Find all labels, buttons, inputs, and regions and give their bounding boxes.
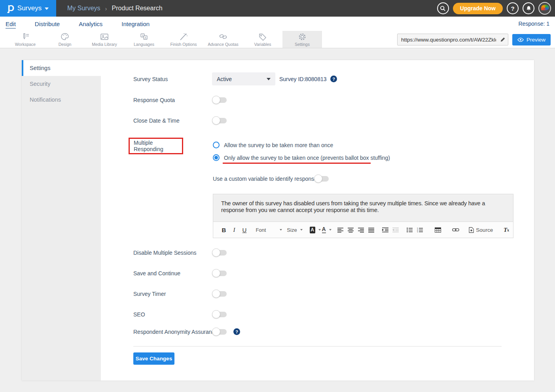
background-color-button[interactable]: A	[310, 225, 321, 235]
ribbon-tab-label: Design	[59, 42, 72, 47]
ballot-message-text[interactable]: The owner of this survey has disabled us…	[213, 194, 513, 222]
tab-integration[interactable]: Integration	[121, 21, 150, 27]
underline-button[interactable]: U	[240, 225, 249, 235]
remove-format-button[interactable]: Tx	[502, 225, 511, 235]
chevron-down-icon	[280, 229, 282, 231]
save-changes-button[interactable]: Save Changes	[133, 352, 174, 365]
numbered-list-button[interactable]: 123	[416, 225, 424, 235]
survey-status-value: Active	[217, 76, 232, 82]
workspace-icon	[21, 32, 30, 41]
ribbon-tab-variables[interactable]: Variables	[243, 31, 282, 48]
search-icon	[440, 6, 446, 11]
ribbon-tab-label: Finish Options	[170, 42, 197, 47]
close-date-toggle[interactable]	[213, 118, 227, 123]
ribbon-tab-media-library[interactable]: Media Library	[85, 31, 124, 48]
settings-content: Survey Status Active Survey ID: 8080813 …	[22, 60, 534, 381]
breadcrumb-my-surveys[interactable]: My Surveys	[67, 5, 100, 12]
custom-variable-label: Use a custom variable to identify respon…	[213, 176, 320, 182]
disable-sessions-label: Disable Multiple Sessions	[133, 250, 197, 256]
red-underline-highlight	[223, 163, 371, 164]
insert-link-button[interactable]	[451, 225, 460, 235]
align-center-icon	[348, 227, 354, 233]
tab-edit[interactable]: Edit	[6, 21, 16, 27]
link-icon	[452, 228, 459, 232]
indent-button[interactable]	[381, 225, 390, 235]
save-continue-toggle[interactable]	[213, 271, 227, 276]
survey-id-help-icon[interactable]: ?	[330, 76, 337, 82]
app-logo[interactable]: Ɋ Surveys	[0, 0, 56, 17]
radio-only-once-label: Only allow the survey to be taken once (…	[224, 155, 390, 161]
response-count[interactable]: Response: 1	[518, 21, 549, 27]
bold-button[interactable]: B	[220, 225, 228, 235]
svg-text:A: A	[144, 36, 146, 39]
insert-table-button[interactable]	[434, 225, 442, 235]
advance-quotas-chain-icon	[218, 32, 228, 41]
ribbon-tab-design[interactable]: Design	[45, 31, 85, 48]
align-center-button[interactable]	[347, 225, 355, 235]
radio-allow-multiple[interactable]: Allow the survey to be taken more than o…	[213, 142, 333, 148]
survey-status-label: Survey Status	[133, 76, 168, 82]
seo-toggle[interactable]	[213, 312, 227, 317]
radio-only-once[interactable]: Only allow the survey to be taken once (…	[213, 154, 390, 161]
toggle-knob	[212, 310, 220, 318]
tab-distribute[interactable]: Distribute	[35, 21, 60, 27]
settings-gear-icon	[297, 32, 307, 41]
align-right-icon	[358, 227, 364, 233]
indent-icon	[382, 227, 388, 233]
text-color-icon: A	[322, 226, 326, 233]
help-button[interactable]: ?	[507, 2, 519, 14]
media-library-icon	[100, 32, 109, 41]
survey-timer-label: Survey Timer	[133, 291, 166, 297]
ribbon-tab-finish-options[interactable]: Finish Options	[164, 31, 203, 48]
close-date-label: Close Date & Time	[133, 117, 180, 124]
text-color-button[interactable]: A	[322, 225, 331, 235]
breadcrumb-current: Product Research	[112, 5, 163, 12]
align-right-button[interactable]	[357, 225, 366, 235]
outdent-button[interactable]	[391, 225, 400, 235]
survey-timer-toggle[interactable]	[213, 291, 227, 297]
ballot-message-editor: The owner of this survey has disabled us…	[213, 194, 513, 238]
font-dropdown[interactable]: Font	[254, 225, 284, 235]
anonymity-label: Respondent Anonymity Assurance	[133, 329, 218, 335]
breadcrumb-separator-icon: ›	[105, 5, 107, 12]
numbered-list-icon: 123	[417, 227, 423, 233]
survey-url-input[interactable]	[398, 34, 498, 45]
preview-button[interactable]: Preview	[512, 34, 551, 45]
ribbon-tab-workspace[interactable]: Workspace	[6, 31, 45, 48]
search-button[interactable]	[437, 2, 449, 14]
ribbon-tab-label: Media Library	[92, 42, 117, 47]
question-mark-icon: ?	[332, 77, 335, 81]
source-button[interactable]: Source	[469, 225, 493, 235]
question-mark-icon: ?	[235, 330, 238, 334]
response-quota-toggle[interactable]	[213, 97, 227, 103]
survey-status-select[interactable]: Active	[212, 72, 275, 85]
response-quota-label: Response Quota	[133, 97, 175, 103]
chevron-down-icon	[45, 8, 49, 10]
save-continue-label: Save and Continue	[133, 270, 180, 276]
tab-analytics[interactable]: Analytics	[79, 21, 102, 27]
finish-options-wand-icon	[179, 32, 188, 41]
size-dropdown[interactable]: Size	[285, 225, 304, 235]
ribbon-tab-advance-quotas[interactable]: Advance Quotas	[203, 31, 243, 48]
notifications-button[interactable]	[523, 2, 534, 14]
bullet-list-button[interactable]	[405, 225, 414, 235]
ribbon-tab-settings[interactable]: Settings	[282, 31, 322, 48]
disable-sessions-toggle[interactable]	[213, 250, 227, 256]
justify-button[interactable]	[367, 225, 376, 235]
ribbon-tab-languages[interactable]: Ax Languages	[124, 31, 164, 48]
editor-toolbar: B I U Font Size A A 123	[213, 222, 513, 238]
upgrade-now-button[interactable]: Upgrade Now	[453, 3, 503, 14]
user-avatar[interactable]	[538, 2, 551, 15]
anonymity-help-icon[interactable]: ?	[233, 328, 240, 335]
align-left-button[interactable]	[336, 225, 345, 235]
top-bar: Ɋ Surveys My Surveys › Product Research …	[0, 0, 555, 17]
edit-url-button[interactable]	[498, 34, 508, 45]
bell-icon	[526, 6, 532, 11]
toggle-knob	[212, 96, 220, 104]
custom-variable-toggle[interactable]	[315, 176, 329, 182]
design-palette-icon	[60, 32, 70, 41]
toggle-knob	[212, 116, 220, 125]
chevron-down-icon	[329, 229, 331, 231]
anonymity-toggle[interactable]	[213, 329, 227, 335]
italic-button[interactable]: I	[230, 225, 239, 235]
